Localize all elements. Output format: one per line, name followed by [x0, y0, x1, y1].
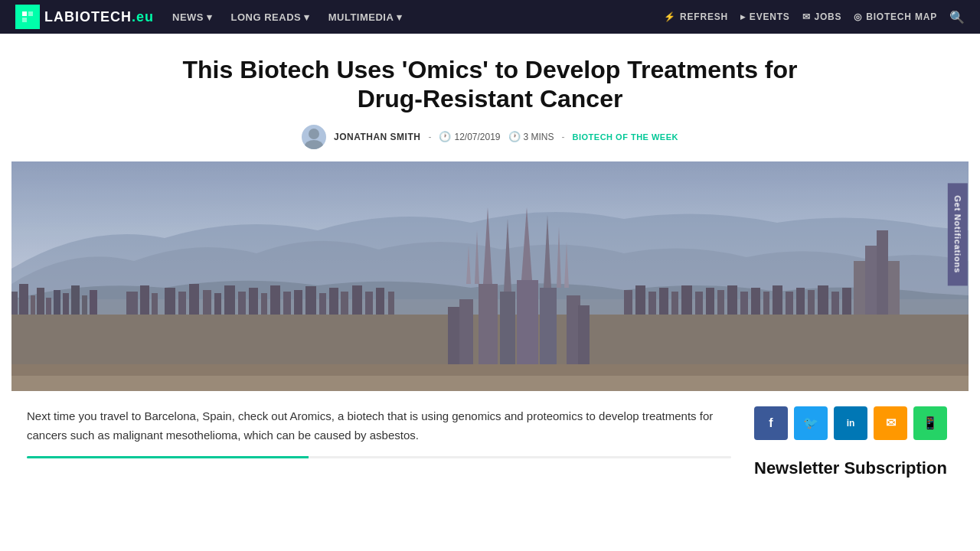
progress-fill — [27, 456, 309, 458]
article-date: 🕐 12/07/2019 — [439, 131, 500, 142]
author-name: JONATHAN SMITH — [334, 132, 420, 142]
twitter-icon: 🐦 — [803, 416, 818, 430]
email-icon: ✉ — [886, 416, 896, 430]
svg-rect-2 — [22, 18, 27, 22]
progress-bar — [27, 456, 731, 458]
nav-multimedia[interactable]: MULTIMEDIA ▾ — [328, 11, 403, 23]
calendar-icon: 🕐 — [439, 131, 451, 142]
nav-news[interactable]: NEWS ▾ — [172, 11, 213, 23]
notifications-button[interactable]: Get Notifications — [948, 183, 968, 285]
biotech-map-button[interactable]: ◎ BIOTECH MAP — [854, 11, 937, 22]
chevron-down-icon: ▾ — [207, 11, 213, 23]
navbar: LABIOTECH.eu NEWS ▾ LONG READS ▾ MULTIME… — [0, 0, 980, 34]
facebook-icon: f — [769, 416, 773, 430]
refresh-label: REFRESH — [680, 11, 728, 22]
clock-icon: 🕐 — [508, 131, 521, 142]
linkedin-share-button[interactable]: in — [834, 406, 867, 440]
meta-separator-2: - — [562, 132, 565, 142]
linkedin-icon: in — [847, 418, 855, 429]
search-button[interactable]: 🔍 — [949, 10, 965, 24]
nav-longreads-label: LONG READS — [231, 11, 302, 23]
svg-point-4 — [309, 129, 319, 139]
whatsapp-share-button[interactable]: 📱 — [913, 406, 947, 440]
refresh-icon: ⚡ — [664, 11, 676, 22]
svg-rect-0 — [22, 11, 27, 16]
jobs-icon: ✉ — [802, 11, 811, 22]
svg-point-5 — [305, 140, 323, 149]
facebook-share-button[interactable]: f — [754, 406, 788, 440]
events-icon: ▸ — [740, 11, 746, 22]
newsletter-title: Newsletter Subscription — [754, 458, 953, 478]
jobs-label: JOBS — [814, 11, 841, 22]
logo[interactable]: LABIOTECH.eu — [15, 5, 154, 29]
svg-rect-80 — [11, 161, 969, 391]
chevron-down-icon: ▾ — [304, 11, 310, 23]
author-avatar — [302, 125, 326, 149]
article-meta: JONATHAN SMITH - 🕐 12/07/2019 🕐 3 MINS -… — [161, 125, 819, 149]
nav-right: ⚡ REFRESH ▸ EVENTS ✉ JOBS ◎ BIOTECH MAP … — [664, 10, 965, 24]
progress-bar-wrap — [27, 456, 731, 458]
svg-rect-1 — [28, 11, 33, 16]
svg-rect-82 — [11, 376, 969, 391]
article-excerpt: Next time you travel to Barcelona, Spain… — [27, 406, 731, 445]
social-share: f 🐦 in ✉ 📱 — [754, 406, 953, 440]
logo-icon — [15, 5, 40, 29]
article-header: This Biotech Uses 'Omics' to Develop Tre… — [145, 55, 835, 149]
biotech-map-label: BIOTECH MAP — [866, 11, 937, 22]
sidebar: f 🐦 in ✉ 📱 Newsletter Subscription — [754, 391, 953, 478]
events-button[interactable]: ▸ EVENTS — [740, 11, 790, 22]
events-label: EVENTS — [750, 11, 790, 22]
nav-news-label: NEWS — [172, 11, 204, 23]
meta-separator: - — [428, 132, 431, 142]
logo-text: LABIOTECH.eu — [44, 9, 154, 25]
map-icon: ◎ — [854, 11, 862, 22]
article-category[interactable]: BIOTECH OF THE WEEK — [573, 132, 678, 142]
notifications-label: Get Notifications — [953, 195, 962, 273]
svg-rect-3 — [28, 18, 33, 22]
nav-multimedia-label: MULTIMEDIA — [328, 11, 394, 23]
email-share-button[interactable]: ✉ — [874, 406, 907, 440]
nav-longreads[interactable]: LONG READS ▾ — [231, 11, 310, 23]
article-read-time: 🕐 3 MINS — [508, 131, 554, 142]
article-body: Next time you travel to Barcelona, Spain… — [27, 391, 731, 478]
hero-image — [11, 161, 969, 391]
article-title: This Biotech Uses 'Omics' to Develop Tre… — [161, 55, 819, 114]
twitter-share-button[interactable]: 🐦 — [794, 406, 828, 440]
refresh-button[interactable]: ⚡ REFRESH — [664, 11, 728, 22]
jobs-button[interactable]: ✉ JOBS — [802, 11, 842, 22]
content-area: Next time you travel to Barcelona, Spain… — [11, 391, 969, 478]
newsletter-section: Newsletter Subscription — [754, 458, 953, 478]
chevron-down-icon: ▾ — [397, 11, 403, 23]
whatsapp-icon: 📱 — [923, 416, 938, 430]
nav-left: LABIOTECH.eu NEWS ▾ LONG READS ▾ MULTIME… — [15, 5, 403, 29]
